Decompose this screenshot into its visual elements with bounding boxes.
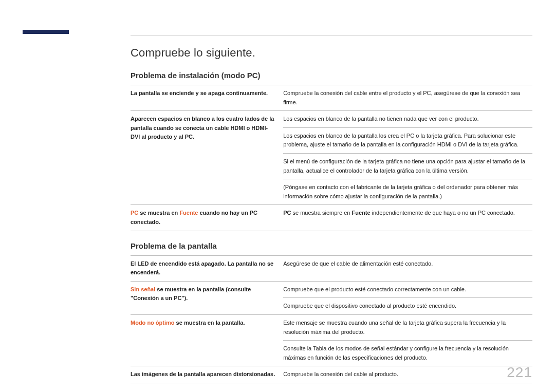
symptom-cell: Sin señal se muestra en la pantalla (con… — [131, 285, 283, 311]
symptom-cell: Aparecen espacios en blanco a los cuatro… — [131, 115, 283, 201]
symptom-cell: Modo no óptimo se muestra en la pantalla… — [131, 319, 283, 362]
table-row: Sin señal se muestra en la pantalla (con… — [131, 281, 532, 314]
page-title: Compruebe lo siguiente. — [131, 46, 532, 60]
section-heading: Problema de instalación (modo PC) — [131, 71, 532, 80]
symptom-cell: PC se muestra en Fuente cuando no hay un… — [131, 209, 283, 227]
solution-text: Asegúrese de que el cable de alimentació… — [283, 259, 532, 269]
manual-page: Compruebe lo siguiente. Problema de inst… — [0, 0, 555, 392]
solution-text: Los espacios en blanco de la pantalla no… — [283, 115, 532, 124]
solution-text: Los espacios en blanco de la pantalla lo… — [283, 127, 532, 150]
table-row: Aparecen espacios en blanco a los cuatro… — [131, 110, 532, 204]
solution-cell: Compruebe que el producto esté conectado… — [283, 285, 532, 311]
solution-cell: Compruebe la conexión del cable al produ… — [283, 370, 532, 379]
solution-cell: Este mensaje se muestra cuando una señal… — [283, 319, 532, 362]
table-row: Las imágenes de la pantalla aparecen dis… — [131, 366, 532, 383]
troubleshooting-table: La pantalla se enciende y se apaga conti… — [131, 85, 532, 231]
solution-text: Compruebe la conexión del cable entre el… — [283, 89, 532, 107]
table-row: El LED de encendido está apagado. La pan… — [131, 255, 532, 281]
solution-cell: Asegúrese de que el cable de alimentació… — [283, 259, 532, 277]
solution-cell: Los espacios en blanco de la pantalla no… — [283, 115, 532, 201]
solution-text: Compruebe que el producto esté conectado… — [283, 285, 532, 294]
solution-text: Este mensaje se muestra cuando una señal… — [283, 319, 532, 337]
solution-cell: PC se muestra siempre en Fuente independ… — [283, 209, 532, 227]
solution-text: (Póngase en contacto con el fabricante d… — [283, 179, 532, 201]
solution-cell: Compruebe la conexión del cable entre el… — [283, 89, 532, 107]
page-content: Compruebe lo siguiente. Problema de inst… — [131, 46, 532, 383]
symptom-cell: El LED de encendido está apagado. La pan… — [131, 259, 283, 277]
troubleshooting-table: El LED de encendido está apagado. La pan… — [131, 255, 532, 383]
symptom-cell: Las imágenes de la pantalla aparecen dis… — [131, 370, 283, 379]
section-heading: Problema de la pantalla — [131, 241, 532, 250]
solution-text: Si el menú de configuración de la tarjet… — [283, 153, 532, 175]
solution-text: Compruebe la conexión del cable al produ… — [283, 370, 532, 379]
table-row: Modo no óptimo se muestra en la pantalla… — [131, 314, 532, 366]
symptom-cell: La pantalla se enciende y se apaga conti… — [131, 89, 283, 107]
table-row: PC se muestra en Fuente cuando no hay un… — [131, 204, 532, 231]
table-row: La pantalla se enciende y se apaga conti… — [131, 85, 532, 110]
top-divider — [131, 35, 532, 35]
accent-bar — [23, 30, 69, 34]
page-number: 221 — [507, 364, 532, 381]
solution-text: PC se muestra siempre en Fuente independ… — [283, 209, 532, 218]
solution-text: Compruebe que el dispositivo conectado a… — [283, 297, 532, 311]
solution-text: Consulte la Tabla de los modos de señal … — [283, 340, 532, 362]
